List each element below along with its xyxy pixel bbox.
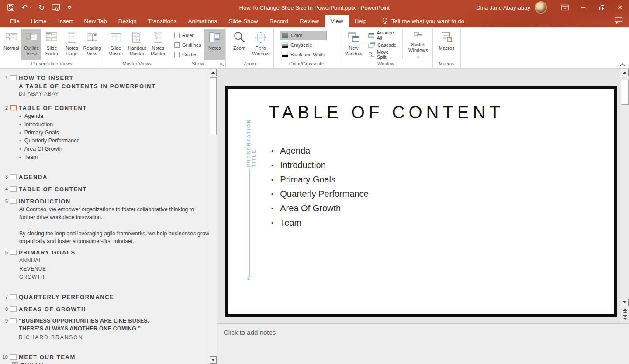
feedback-button[interactable] <box>615 17 623 24</box>
collapse-ribbon-button[interactable] <box>619 63 626 67</box>
group-label: Zoom <box>226 61 273 68</box>
outline-body-text[interactable]: 1 TAKUMA <box>0 362 209 364</box>
notes-pane[interactable]: Click to add notes <box>218 323 629 364</box>
slide-thumbnail-icon[interactable] <box>10 318 17 323</box>
switch-windows-button[interactable]: Switch Windows ⌄ <box>405 29 431 60</box>
tab-home[interactable]: Home <box>25 15 52 27</box>
slide-thumbnail-icon[interactable] <box>10 75 17 80</box>
notes-page-button[interactable]: Notes Page <box>62 29 82 60</box>
previous-slide-button[interactable] <box>622 309 628 313</box>
restore-button[interactable] <box>592 0 611 15</box>
fit-to-window-button[interactable]: Fit to Window <box>249 29 272 60</box>
tab-new-tab[interactable]: New Tab <box>79 15 113 27</box>
black-and-white-button[interactable]: Black and White <box>280 50 327 59</box>
group-label: Color/Grayscale <box>274 61 339 68</box>
undo-dropdown-caret-icon[interactable] <box>29 7 32 8</box>
outline-title-text[interactable]: INTRODUCTION <box>19 197 209 206</box>
tab-record[interactable]: Record <box>264 15 294 27</box>
macros-button[interactable]: Macros <box>437 29 457 60</box>
ribbon-display-options-button[interactable] <box>556 0 574 15</box>
notes-master-button[interactable]: Notes Master <box>148 29 169 60</box>
zoom-button[interactable]: Zoom <box>229 29 249 60</box>
save-button[interactable] <box>7 3 15 11</box>
outline-slide-5: 5 INTRODUCTION At Contoso, we empower or… <box>0 197 209 245</box>
outline-title-text[interactable]: AGENDA <box>19 173 209 181</box>
scroll-up-button[interactable] <box>621 69 629 76</box>
slide-master-icon <box>109 31 122 44</box>
main-scrollbar-thumb[interactable] <box>621 80 629 105</box>
slide-sorter-button[interactable]: Slide Sorter <box>41 29 62 60</box>
cascade-button[interactable]: Cascade <box>366 40 400 50</box>
outline-title-text[interactable]: PRIMARY GOALS <box>19 248 209 257</box>
group-label: Macros <box>433 61 460 68</box>
handout-master-button[interactable]: Handout Master <box>126 29 147 60</box>
outline-body-text[interactable]: ANNUAL REVENUE GROWTH <box>0 257 209 282</box>
outline-view-button[interactable]: Outline View <box>21 29 41 60</box>
scroll-down-button[interactable] <box>621 299 629 306</box>
outline-title-text[interactable]: AREAS OF GROWTH <box>19 305 209 313</box>
tell-me-box[interactable]: Tell me what you want to do <box>382 15 464 27</box>
slide-editor: PRESENTATION TITLE 2 TABLE OF CONTENT Ag… <box>218 69 620 323</box>
tab-insert[interactable]: Insert <box>52 15 79 27</box>
grayscale-button[interactable]: Grayscale <box>280 40 327 50</box>
main-scrollbar[interactable] <box>620 69 629 323</box>
tab-transitions[interactable]: Transitions <box>142 15 183 27</box>
outline-scrollbar[interactable] <box>209 69 217 364</box>
minimize-button[interactable]: ─ <box>574 0 592 15</box>
gridlines-checkbox[interactable]: Gridlines <box>173 40 202 50</box>
reading-view-button[interactable]: Reading View <box>82 29 102 60</box>
presentation-title-placeholder[interactable]: PRESENTATION TITLE <box>246 105 256 167</box>
outline-scrollbar-thumb[interactable] <box>210 77 217 135</box>
slide-title-text[interactable]: TABLE OF CONTENT <box>269 103 504 122</box>
arrange-all-button[interactable]: Arrange All <box>366 31 400 40</box>
color-button[interactable]: Color <box>280 31 327 40</box>
chevron-up-icon <box>619 63 626 67</box>
outline-body-text[interactable]: At Contoso, we empower organizations to … <box>0 206 209 245</box>
outline-title-text[interactable]: TABLE OF CONTENT <box>19 104 209 112</box>
slide-thumbnail-icon[interactable] <box>10 294 17 299</box>
notes-toggle-button[interactable]: Notes <box>204 29 225 60</box>
slide-canvas[interactable]: PRESENTATION TITLE 2 TABLE OF CONTENT Ag… <box>225 86 617 317</box>
guides-checkbox[interactable]: Guides <box>173 50 202 59</box>
slide-thumbnail-icon[interactable] <box>10 199 17 204</box>
next-slide-button[interactable] <box>622 315 628 320</box>
slide-thumbnail-icon[interactable] <box>10 174 17 179</box>
ruler-checkbox[interactable]: Ruler <box>173 31 202 40</box>
outline-title-text[interactable]: TABLE OF CONTENT <box>19 185 209 193</box>
slide-thumbnail-icon-current[interactable] <box>10 105 17 110</box>
outline-scroll-up-button[interactable] <box>210 69 217 76</box>
outline-title-text[interactable]: MEET OUR TEAM <box>19 353 209 361</box>
tab-view[interactable]: View <box>325 15 349 27</box>
slide-thumbnail-icon[interactable] <box>10 306 17 312</box>
outline-body-text[interactable]: Agenda Introduction Primary Goals Quarte… <box>0 112 209 161</box>
customize-qat-button[interactable] <box>67 5 72 10</box>
slide-thumbnail-icon[interactable] <box>10 250 17 255</box>
slide-thumbnail-icon[interactable] <box>10 186 17 192</box>
slide-thumbnail-icon[interactable] <box>10 354 17 360</box>
account-user-name[interactable]: Dina Jane Abay-abay <box>476 4 530 11</box>
tab-file[interactable]: File <box>4 15 25 27</box>
avatar[interactable] <box>536 2 546 13</box>
new-window-button[interactable]: New Window <box>341 29 366 60</box>
start-slideshow-button[interactable] <box>52 3 61 12</box>
tab-help[interactable]: Help <box>349 15 373 27</box>
slide-master-button[interactable]: Slide Master <box>105 29 126 60</box>
close-button[interactable]: ✕ <box>611 0 629 15</box>
notes-placeholder[interactable]: Click to add notes <box>224 329 629 336</box>
move-split-button[interactable]: Move Split <box>366 50 400 59</box>
show-dialog-launcher[interactable] <box>220 62 225 67</box>
tab-animations[interactable]: Animations <box>182 15 223 27</box>
outline-title-text[interactable]: HOW TO INSERT A TABLE OF CONTENTS IN POW… <box>19 74 209 98</box>
tab-slide-show[interactable]: Slide Show <box>223 15 264 27</box>
outline-title-text[interactable]: QUARTERLY PERFORMANCE <box>19 293 209 301</box>
tab-design[interactable]: Design <box>113 15 142 27</box>
tab-review[interactable]: Review <box>294 15 325 27</box>
slide-body-text[interactable]: Agenda Introduction Primary Goals Quarte… <box>271 144 369 230</box>
group-label: Window <box>339 61 432 68</box>
undo-button[interactable]: ↶ <box>21 4 32 11</box>
normal-view-button[interactable]: Normal <box>1 29 21 60</box>
redo-button[interactable]: ↻ <box>38 4 45 11</box>
outline-title-text[interactable]: “BUSINESS OPPORTUNITIES ARE LIKE BUSES. … <box>19 317 209 342</box>
outline-scroll-down-button[interactable] <box>210 356 217 364</box>
slide-page-number[interactable]: 2 <box>247 275 250 281</box>
